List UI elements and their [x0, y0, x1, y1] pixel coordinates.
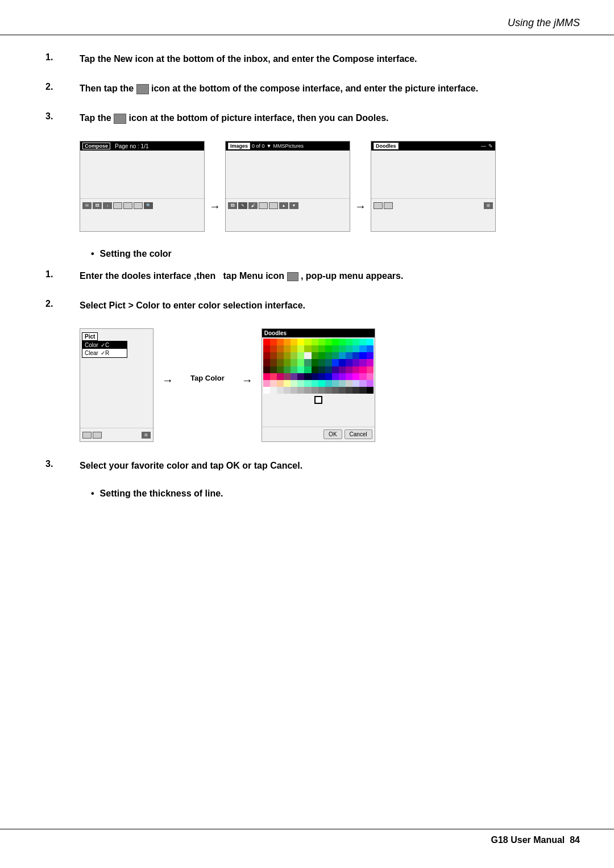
- color-cell[interactable]: [352, 339, 359, 345]
- color-cell[interactable]: [318, 339, 325, 345]
- color-cell[interactable]: [352, 345, 359, 352]
- color-cell[interactable]: [277, 380, 284, 387]
- color-cell[interactable]: [284, 380, 291, 387]
- color-cell[interactable]: [270, 380, 277, 387]
- color-cell[interactable]: [359, 359, 366, 366]
- color-cell[interactable]: [291, 387, 297, 394]
- color-cell[interactable]: [277, 345, 284, 352]
- color-cell[interactable]: [270, 366, 277, 373]
- color-cell[interactable]: [297, 359, 304, 366]
- color-cell[interactable]: [332, 366, 339, 373]
- color-cell[interactable]: [304, 366, 311, 373]
- color-cell[interactable]: [297, 380, 304, 387]
- color-cell[interactable]: [277, 339, 284, 345]
- color-cell[interactable]: [291, 380, 297, 387]
- color-cell[interactable]: [297, 352, 304, 359]
- color-cell[interactable]: [270, 387, 277, 394]
- color-cell[interactable]: [277, 359, 284, 366]
- color-cell[interactable]: [297, 345, 304, 352]
- color-cell[interactable]: [346, 352, 352, 359]
- color-cell[interactable]: [352, 366, 359, 373]
- color-cell[interactable]: [263, 387, 270, 394]
- color-cell[interactable]: [297, 373, 304, 380]
- color-cell[interactable]: [312, 339, 318, 345]
- color-cell[interactable]: [312, 373, 318, 380]
- color-cell[interactable]: [325, 352, 332, 359]
- color-cell[interactable]: [332, 380, 339, 387]
- color-cell[interactable]: [304, 352, 311, 359]
- pict-menu-item-color[interactable]: Color ✓C: [82, 341, 127, 349]
- color-cell[interactable]: [332, 359, 339, 366]
- color-cell[interactable]: [339, 387, 346, 394]
- color-cell[interactable]: [339, 345, 346, 352]
- color-cell[interactable]: [339, 380, 346, 387]
- color-cell[interactable]: [367, 352, 374, 359]
- color-cell[interactable]: [367, 345, 374, 352]
- color-cell[interactable]: [346, 339, 352, 345]
- color-cell[interactable]: [284, 339, 291, 345]
- color-cell[interactable]: [346, 380, 352, 387]
- color-cell[interactable]: [325, 387, 332, 394]
- color-cell[interactable]: [263, 339, 270, 345]
- color-cell[interactable]: [352, 380, 359, 387]
- color-cell[interactable]: [284, 373, 291, 380]
- color-cell[interactable]: [318, 380, 325, 387]
- color-cell[interactable]: [339, 366, 346, 373]
- color-cell[interactable]: [332, 352, 339, 359]
- color-cell[interactable]: [367, 339, 374, 345]
- color-cell[interactable]: [318, 366, 325, 373]
- color-cell[interactable]: [312, 387, 318, 394]
- color-cell[interactable]: [318, 387, 325, 394]
- color-cell[interactable]: [284, 366, 291, 373]
- color-cell[interactable]: [325, 380, 332, 387]
- color-cell[interactable]: [359, 345, 366, 352]
- color-cell[interactable]: [346, 373, 352, 380]
- color-cell[interactable]: [318, 352, 325, 359]
- color-cell[interactable]: [339, 352, 346, 359]
- color-cell[interactable]: [312, 366, 318, 373]
- color-cell[interactable]: [291, 366, 297, 373]
- color-cell[interactable]: [318, 373, 325, 380]
- color-cell[interactable]: [312, 359, 318, 366]
- color-cell[interactable]: [277, 366, 284, 373]
- color-cell[interactable]: [352, 387, 359, 394]
- color-cell[interactable]: [291, 359, 297, 366]
- color-cell[interactable]: [325, 366, 332, 373]
- color-cell[interactable]: [304, 387, 311, 394]
- color-cell[interactable]: [318, 345, 325, 352]
- color-cell[interactable]: [325, 339, 332, 345]
- color-cell[interactable]: [304, 373, 311, 380]
- color-cell[interactable]: [270, 352, 277, 359]
- color-cell[interactable]: [284, 352, 291, 359]
- color-cell[interactable]: [291, 345, 297, 352]
- color-cell[interactable]: [325, 345, 332, 352]
- color-cell[interactable]: [367, 366, 374, 373]
- color-cell[interactable]: [304, 345, 311, 352]
- color-cell[interactable]: [367, 387, 374, 394]
- color-cell[interactable]: [325, 373, 332, 380]
- color-cell[interactable]: [291, 373, 297, 380]
- cancel-button[interactable]: Cancel: [345, 429, 372, 439]
- color-cell[interactable]: [304, 359, 311, 366]
- color-cell[interactable]: [270, 373, 277, 380]
- color-cell[interactable]: [284, 345, 291, 352]
- color-cell[interactable]: [352, 359, 359, 366]
- color-cell[interactable]: [304, 339, 311, 345]
- color-cell[interactable]: [346, 345, 352, 352]
- pict-menu-item-clear[interactable]: Clear ✓R: [82, 349, 127, 357]
- color-cell[interactable]: [263, 366, 270, 373]
- color-cell[interactable]: [312, 352, 318, 359]
- color-cell[interactable]: [263, 359, 270, 366]
- color-cell[interactable]: [277, 387, 284, 394]
- color-cell[interactable]: [359, 352, 366, 359]
- color-cell[interactable]: [318, 359, 325, 366]
- color-cell[interactable]: [263, 345, 270, 352]
- color-cell[interactable]: [339, 373, 346, 380]
- color-cell[interactable]: [359, 380, 366, 387]
- color-cell[interactable]: [291, 339, 297, 345]
- color-cell[interactable]: [270, 339, 277, 345]
- color-cell[interactable]: [325, 359, 332, 366]
- color-cell[interactable]: [297, 366, 304, 373]
- color-cell[interactable]: [346, 366, 352, 373]
- color-cell[interactable]: [339, 339, 346, 345]
